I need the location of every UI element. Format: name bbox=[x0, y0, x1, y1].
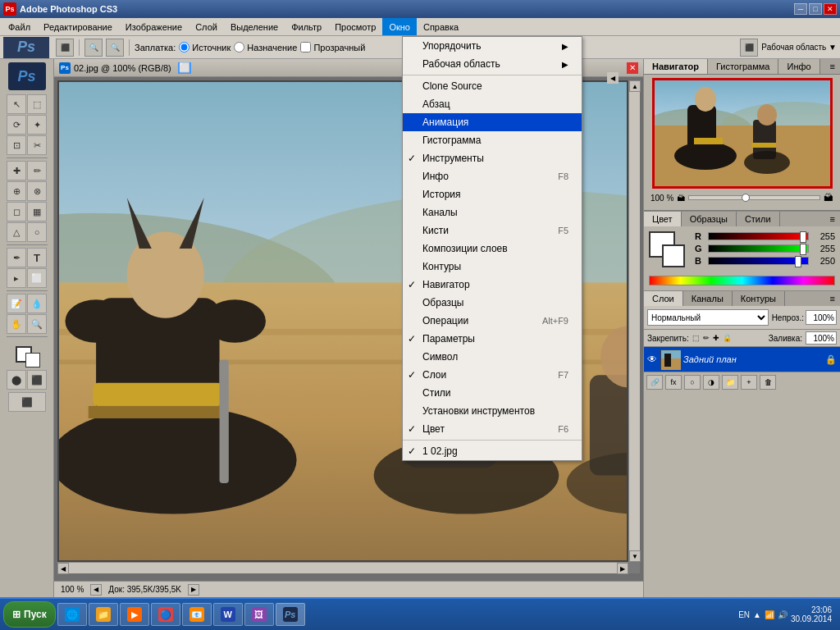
g-thumb[interactable] bbox=[800, 244, 806, 255]
lock-transparent-btn[interactable]: ⬚ bbox=[692, 334, 700, 342]
screen-mode-btn[interactable]: ⬛ bbox=[27, 370, 47, 390]
horizontal-scrollbar[interactable]: ◀ ▶ bbox=[57, 562, 628, 573]
scroll-down-btn[interactable]: ▼ bbox=[629, 550, 641, 562]
menu-edit[interactable]: Редактирование bbox=[37, 18, 119, 35]
notes-tool[interactable]: 📝 bbox=[7, 294, 26, 313]
gradient-tool[interactable]: ▦ bbox=[27, 202, 47, 221]
shape-tool[interactable]: ⬜ bbox=[27, 268, 47, 288]
menu-tool-presets[interactable]: Установки инструментов bbox=[403, 402, 582, 420]
blend-mode-select[interactable]: Нормальный bbox=[647, 309, 769, 326]
menu-image[interactable]: Изображение bbox=[119, 18, 189, 35]
b-slider[interactable] bbox=[708, 257, 809, 265]
menu-histogram[interactable]: Гистограмма bbox=[403, 131, 582, 149]
move-tool[interactable]: ↖ bbox=[7, 94, 26, 114]
menu-color[interactable]: ✓ Цвет F6 bbox=[403, 420, 582, 438]
eraser-tool[interactable]: ◻ bbox=[7, 202, 26, 221]
zoom-tool[interactable]: 🔍 bbox=[27, 314, 47, 334]
menu-history[interactable]: История bbox=[403, 185, 582, 203]
path-select-tool[interactable]: ▸ bbox=[7, 268, 26, 288]
r-thumb[interactable] bbox=[800, 231, 806, 243]
menu-layers[interactable]: ✓ Слои F7 bbox=[403, 366, 582, 384]
menu-swatches[interactable]: Образцы bbox=[403, 294, 582, 312]
menu-channels[interactable]: Каналы bbox=[403, 203, 582, 221]
taskbar-media[interactable]: ▶ bbox=[120, 603, 149, 626]
layers-options-btn[interactable]: ≡ bbox=[825, 291, 840, 306]
select-tool[interactable]: ⬚ bbox=[27, 94, 47, 114]
zoom-out-btn[interactable]: 🔍 bbox=[106, 39, 124, 57]
clone-tool[interactable]: ⊕ bbox=[7, 181, 26, 201]
layer-visibility-btn[interactable]: 👁 bbox=[647, 354, 657, 365]
fill-input[interactable] bbox=[806, 331, 837, 345]
history-tool[interactable]: ⊗ bbox=[27, 181, 47, 201]
maximize-button[interactable]: □ bbox=[809, 3, 822, 15]
lock-move-btn[interactable]: ✚ bbox=[713, 334, 719, 342]
tab-styles[interactable]: Стили bbox=[737, 212, 780, 226]
menu-para[interactable]: Абзац bbox=[403, 95, 582, 113]
fullscreen-btn[interactable]: ⬛ bbox=[8, 392, 46, 412]
menu-window[interactable]: Окно bbox=[382, 18, 417, 35]
layer-new-btn[interactable]: + bbox=[741, 375, 757, 390]
tab-paths[interactable]: Контуры bbox=[733, 291, 785, 306]
eyedropper-tool[interactable]: 💧 bbox=[27, 294, 47, 313]
layer-thumbnail[interactable] bbox=[660, 349, 680, 369]
tab-color[interactable]: Цвет bbox=[644, 212, 682, 226]
tab-swatches[interactable]: Образцы bbox=[682, 212, 737, 226]
tab-info[interactable]: Инфо bbox=[778, 59, 819, 74]
nav-left-btn[interactable]: ◀ bbox=[90, 584, 102, 596]
menu-workspace[interactable]: Рабочая область ▶ bbox=[403, 55, 582, 73]
lasso-tool[interactable]: ⟳ bbox=[7, 115, 26, 135]
brush-tool[interactable]: ✏ bbox=[27, 161, 47, 180]
color-spectrum-bar[interactable] bbox=[649, 276, 835, 285]
menu-options[interactable]: ✓ Параметры bbox=[403, 330, 582, 348]
pen-tool[interactable]: ✒ bbox=[7, 248, 26, 267]
menu-character[interactable]: Символ bbox=[403, 348, 582, 366]
layer-folder-btn[interactable]: 📁 bbox=[722, 375, 738, 390]
background-color[interactable] bbox=[25, 353, 40, 368]
color-options-btn[interactable]: ≡ bbox=[825, 212, 840, 226]
healing-tool[interactable]: ✚ bbox=[7, 161, 26, 180]
background-swatch[interactable] bbox=[662, 244, 685, 267]
magic-wand-tool[interactable]: ✦ bbox=[27, 115, 47, 135]
tab-layers[interactable]: Слои bbox=[644, 291, 683, 306]
workspace-btn[interactable]: ⬛ bbox=[740, 39, 758, 57]
menu-animation[interactable]: Анимация bbox=[403, 113, 582, 131]
dodge-tool[interactable]: ○ bbox=[27, 222, 47, 242]
layer-fx-btn[interactable]: fx bbox=[665, 375, 682, 390]
zoom-slider[interactable] bbox=[688, 195, 820, 200]
taskbar-explorer[interactable]: 📁 bbox=[89, 603, 118, 626]
menu-clone-source[interactable]: Clone Source bbox=[403, 77, 582, 95]
blur-tool[interactable]: △ bbox=[7, 222, 26, 242]
tab-histogram[interactable]: Гистограмма bbox=[708, 59, 779, 74]
vertical-scrollbar[interactable]: ▲ ▼ bbox=[628, 80, 640, 562]
menu-help[interactable]: Справка bbox=[417, 18, 465, 35]
menu-info[interactable]: Инфо F8 bbox=[403, 167, 582, 185]
scroll-left-btn[interactable]: ◀ bbox=[57, 563, 69, 574]
transparent-option[interactable]: Прозрачный bbox=[300, 42, 365, 52]
r-slider[interactable] bbox=[708, 232, 809, 240]
scroll-up-btn[interactable]: ▲ bbox=[629, 80, 641, 92]
panel-options-btn[interactable]: ≡ bbox=[825, 59, 840, 74]
menu-select[interactable]: Выделение bbox=[224, 18, 285, 35]
menu-file[interactable]: Файл bbox=[2, 18, 37, 35]
menu-filter[interactable]: Фильтр bbox=[285, 18, 328, 35]
menu-navigator[interactable]: ✓ Навигатор bbox=[403, 276, 582, 294]
tab-navigator[interactable]: Навигатор bbox=[644, 59, 708, 74]
menu-arrange[interactable]: Упорядочить ▶ bbox=[403, 37, 582, 55]
tab-channels[interactable]: Каналы bbox=[683, 291, 733, 306]
menu-styles[interactable]: Стили bbox=[403, 384, 582, 402]
menu-brushes[interactable]: Кисти F5 bbox=[403, 221, 582, 240]
menu-view[interactable]: Просмотр bbox=[328, 18, 382, 35]
doc-restore-btn[interactable]: ⬜ bbox=[178, 62, 191, 74]
taskbar-mail[interactable]: 📧 bbox=[182, 603, 212, 626]
layer-mask-btn[interactable]: ○ bbox=[684, 375, 701, 390]
taskbar-photo[interactable]: 🖼 bbox=[244, 603, 274, 626]
menu-file-02[interactable]: ✓ 1 02.jpg bbox=[403, 442, 582, 460]
type-tool[interactable]: T bbox=[27, 248, 47, 267]
zoom-in-btn[interactable]: 🔍 bbox=[84, 39, 103, 57]
taskbar-photoshop[interactable]: Ps bbox=[276, 603, 305, 626]
hand-tool[interactable]: ✋ bbox=[7, 314, 26, 334]
nav-right-btn[interactable]: ▶ bbox=[188, 584, 199, 596]
scroll-right-btn[interactable]: ▶ bbox=[617, 563, 628, 574]
panel-collapse-btn[interactable]: ◀ bbox=[607, 72, 619, 84]
start-button[interactable]: ⊞ Пуск bbox=[3, 601, 56, 628]
